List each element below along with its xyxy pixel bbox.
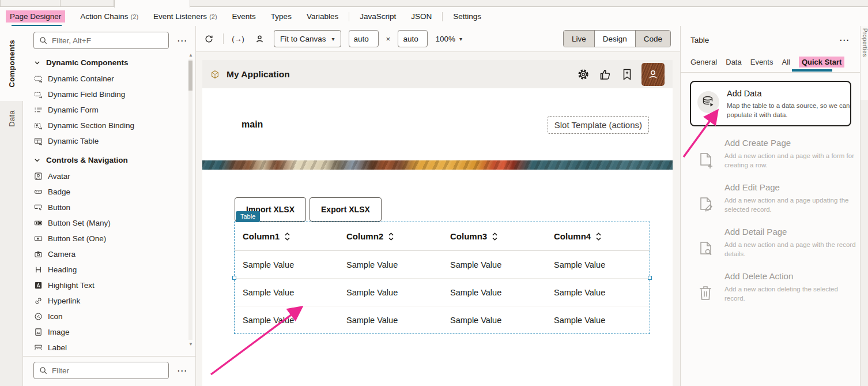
section-title: Controls & Navigation <box>46 156 128 164</box>
tab-settings[interactable]: Settings <box>453 12 481 21</box>
column-header[interactable]: Column1 <box>235 222 338 250</box>
dynamic-table-icon <box>33 137 43 146</box>
user-avatar[interactable] <box>641 63 665 86</box>
scroll-track[interactable] <box>188 59 193 340</box>
live-edit-icon[interactable]: (→) <box>231 32 245 46</box>
mode-design-button[interactable]: Design <box>595 31 636 47</box>
tab-variables[interactable]: Variables <box>307 12 338 21</box>
selected-table[interactable]: Column1 Column2 Column3 Column4 Sample V… <box>235 222 650 333</box>
section-dynamic-components[interactable]: Dynamic Components <box>23 54 195 71</box>
component-label[interactable]: Label <box>23 340 195 350</box>
component-dynamic-field-binding[interactable]: Dynamic Field Binding <box>23 87 195 102</box>
table-cell: Sample Value <box>546 306 650 334</box>
quick-start-title: Add Edit Page <box>724 182 858 192</box>
component-dynamic-section-binding[interactable]: Dynamic Section Binding <box>23 118 195 133</box>
overflow-menu-icon[interactable]: ⋯ <box>175 365 190 377</box>
canvas-height-input[interactable] <box>398 30 428 47</box>
tab-javascript[interactable]: JavaScript <box>360 12 396 21</box>
component-button-set-one[interactable]: Button Set (One) <box>23 231 195 246</box>
tab-page-designer[interactable]: Page Designer <box>6 10 65 23</box>
section-controls-navigation[interactable]: Controls & Navigation <box>23 151 195 168</box>
sort-icon <box>596 233 601 241</box>
canvas-width-input[interactable] <box>349 30 379 47</box>
components-filter[interactable] <box>33 32 169 49</box>
component-badge[interactable]: Badge <box>23 184 195 200</box>
decorative-banner-image <box>202 160 673 170</box>
slot-template-button[interactable]: Slot Template (actions) <box>548 116 649 134</box>
zoom-level-select[interactable]: 100%▾ <box>435 35 462 43</box>
component-hyperlink[interactable]: Hyperlink <box>23 293 195 309</box>
overflow-menu-icon[interactable]: ⋯ <box>837 34 852 46</box>
editor-tab[interactable] <box>0 0 61 7</box>
component-highlight-text[interactable]: Highlight Text <box>23 278 195 293</box>
component-label: Highlight Text <box>48 281 95 290</box>
structure-filter-input[interactable] <box>52 366 164 375</box>
scroll-down-icon[interactable]: ▼ <box>188 342 194 347</box>
tab-quick-start[interactable]: Quick Start <box>799 57 844 68</box>
selection-handle-left[interactable] <box>232 276 236 280</box>
mode-code-button[interactable]: Code <box>636 31 670 47</box>
component-icon[interactable]: Icon <box>23 309 195 324</box>
tab-events[interactable]: Events <box>232 12 256 21</box>
tab-event-listeners[interactable]: Event Listeners(2) <box>153 12 217 21</box>
refresh-icon[interactable] <box>202 32 216 46</box>
mode-live-button[interactable]: Live <box>564 31 595 47</box>
components-scrollbar[interactable]: ▲ ▼ <box>188 53 194 347</box>
table-row[interactable]: Sample Value Sample Value Sample Value S… <box>235 279 650 306</box>
component-dynamic-container[interactable]: Dynamic Container <box>23 71 195 87</box>
section-title: Dynamic Components <box>46 58 129 67</box>
tab-all[interactable]: All <box>782 58 790 66</box>
column-header[interactable]: Column2 <box>338 222 442 250</box>
search-icon <box>39 36 48 45</box>
gear-icon[interactable] <box>576 67 591 82</box>
column-header[interactable]: Column4 <box>546 222 650 250</box>
sort-icon <box>492 233 497 241</box>
component-heading[interactable]: Heading <box>23 262 195 278</box>
tab-label: Event Listeners <box>153 12 207 21</box>
overflow-menu-icon[interactable]: ⋯ <box>175 35 190 47</box>
scroll-thumb[interactable] <box>188 61 193 91</box>
editor-tab[interactable] <box>61 0 114 7</box>
tab-data[interactable]: Data <box>726 58 741 66</box>
tab-types[interactable]: Types <box>271 12 292 21</box>
highlight-text-icon <box>33 281 43 290</box>
column-header[interactable]: Column3 <box>442 222 546 250</box>
structure-filter[interactable] <box>33 362 169 379</box>
component-camera[interactable]: Camera <box>23 246 195 262</box>
scroll-up-icon[interactable]: ▲ <box>188 53 194 58</box>
tab-events[interactable]: Events <box>750 58 773 66</box>
chevron-down-icon <box>32 155 41 164</box>
canvas-size-select[interactable]: Fit to Canvas▾ <box>274 30 341 47</box>
component-label: Camera <box>48 250 76 258</box>
component-button[interactable]: Button <box>23 200 195 215</box>
bookmark-plus-icon[interactable] <box>620 67 635 82</box>
component-image[interactable]: Image <box>23 324 195 340</box>
tab-general[interactable]: General <box>690 58 717 66</box>
page-search-icon <box>698 241 715 260</box>
selection-badge: Table <box>236 211 260 222</box>
component-avatar[interactable]: Avatar <box>23 168 195 184</box>
right-edge-rail: Properties <box>860 26 868 386</box>
tab-json[interactable]: JSON <box>411 12 432 21</box>
tab-label: JSON <box>411 12 432 21</box>
components-filter-input[interactable] <box>52 36 164 45</box>
thumbs-up-icon[interactable] <box>598 67 613 82</box>
component-dynamic-form[interactable]: Dynamic Form <box>23 102 195 118</box>
component-label: Image <box>48 328 70 336</box>
rail-tab-data[interactable]: Data <box>0 101 24 136</box>
icon-component-icon <box>33 312 43 321</box>
quick-start-add-data[interactable]: Add Data Map the table to a data source,… <box>690 81 851 126</box>
tab-action-chains[interactable]: Action Chains(2) <box>80 12 138 21</box>
table-cell: Sample Value <box>338 306 442 334</box>
editor-tab-active[interactable] <box>114 0 190 8</box>
component-button-set-many[interactable]: Button Set (Many) <box>23 215 195 231</box>
component-dynamic-table[interactable]: Dynamic Table <box>23 133 195 149</box>
collapsed-panel-label[interactable]: Properties <box>862 28 868 57</box>
table-row[interactable]: Sample Value Sample Value Sample Value S… <box>235 251 650 279</box>
export-xlsx-button[interactable]: Export XLSX <box>310 197 382 222</box>
table-row[interactable]: Sample Value Sample Value Sample Value S… <box>235 306 650 334</box>
user-icon[interactable] <box>252 32 266 46</box>
rail-tab-components[interactable]: Components <box>0 26 24 101</box>
selection-handle-right[interactable] <box>648 276 652 280</box>
nav-separator <box>442 12 443 21</box>
